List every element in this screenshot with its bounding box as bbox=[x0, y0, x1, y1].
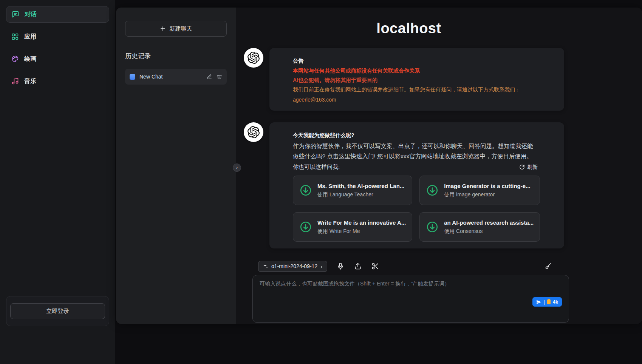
chevron-left-icon: ‹ bbox=[236, 165, 238, 170]
welcome-bubble: 今天我能为您做些什么呢? 作为你的智慧伙伴，我不仅可以写文案、出点子，还可以和你… bbox=[269, 122, 564, 248]
plus-icon bbox=[160, 26, 166, 32]
new-chat-label: 新建聊天 bbox=[170, 25, 192, 32]
login-button[interactable]: 立即登录 bbox=[10, 303, 105, 319]
announcement-line-1: 本网站与任何其他公司或商标没有任何关联或合作关系 bbox=[293, 66, 538, 75]
suggestion-subtitle: 使用 Write For Me bbox=[317, 228, 406, 235]
scissors-button[interactable] bbox=[371, 262, 379, 270]
announcement-title: 公告 bbox=[293, 57, 538, 65]
battery-icon bbox=[547, 299, 551, 304]
chat-list-panel: 新建聊天 历史记录 New Chat bbox=[116, 8, 236, 324]
music-icon bbox=[11, 77, 19, 85]
plugin-download-icon bbox=[426, 184, 439, 197]
apps-icon bbox=[11, 33, 19, 40]
chat-item-icon bbox=[130, 74, 135, 80]
model-selector-label: o1-mini-2024-09-12 bbox=[271, 263, 317, 269]
main-panel: localhost 公告 本网站与任何其他公司或商标没有任何关联或合作关系 AI… bbox=[236, 8, 642, 324]
suggestion-text: Write For Me is an innovative A... 使用 Wr… bbox=[317, 219, 406, 235]
login-panel: 立即登录 bbox=[6, 296, 109, 326]
suggestion-grid: Ms. Smith, the AI-powered Lan... 使用 Lang… bbox=[293, 176, 538, 242]
assistant-avatar bbox=[244, 48, 263, 68]
suggestion-subtitle: 使用 image generator bbox=[444, 191, 530, 198]
suggestion-card[interactable]: an AI-powered research assista... 使用 Con… bbox=[419, 212, 540, 242]
suggestion-title: Write For Me is an innovative A... bbox=[317, 219, 406, 226]
sidebar-item-paint[interactable]: 绘画 bbox=[6, 51, 109, 67]
sidebar-item-paint-label: 绘画 bbox=[24, 55, 36, 63]
chat-window: 新建聊天 历史记录 New Chat localhost bbox=[116, 8, 642, 324]
suggestion-card[interactable]: Image Generator is a cutting-e... 使用 ima… bbox=[419, 176, 540, 205]
clean-button[interactable] bbox=[544, 262, 552, 270]
delete-icon[interactable] bbox=[217, 74, 222, 80]
collapse-sidebar-button[interactable]: ‹ bbox=[233, 163, 241, 172]
app-root: 对话 应用 绘画 音乐 立即登录 bbox=[0, 0, 642, 364]
new-chat-button[interactable]: 新建聊天 bbox=[125, 21, 227, 37]
suggestion-title: Ms. Smith, the AI-powered Lan... bbox=[317, 183, 404, 189]
send-button[interactable]: | 4k bbox=[532, 297, 562, 307]
contact-email-link[interactable]: ageerle@163.com bbox=[293, 96, 336, 104]
chat-item-title: New Chat bbox=[139, 74, 202, 80]
composer: o1-mini-2024-09-12 › bbox=[252, 259, 569, 323]
paint-icon bbox=[11, 55, 19, 63]
openai-logo-icon bbox=[248, 126, 260, 138]
plugin-download-icon bbox=[299, 184, 312, 197]
sparkle-icon bbox=[263, 264, 268, 269]
message-welcome: 今天我能为您做些什么呢? 作为你的智慧伙伴，我不仅可以写文案、出点子，还可以和你… bbox=[244, 122, 642, 248]
sidebar-item-apps-label: 应用 bbox=[24, 33, 36, 41]
suggestion-title: an AI-powered research assista... bbox=[444, 219, 534, 226]
composer-toolbar: o1-mini-2024-09-12 › bbox=[252, 259, 569, 274]
edit-icon[interactable] bbox=[206, 74, 212, 80]
chevron-right-icon: › bbox=[320, 263, 322, 270]
message-input[interactable] bbox=[260, 281, 562, 307]
suggestion-card[interactable]: Ms. Smith, the AI-powered Lan... 使用 Lang… bbox=[293, 176, 412, 205]
openai-logo-icon bbox=[248, 52, 260, 64]
hint-row: 你也可以这样问我: 刷新 bbox=[293, 163, 538, 171]
plugin-download-icon bbox=[426, 221, 439, 233]
announcement-line-3: 我们目前正在修复我们网站上的错误并改进细节。如果您有任何疑问，请通过以下方式联系… bbox=[293, 85, 538, 94]
sidebar-item-chat-label: 对话 bbox=[25, 11, 37, 19]
sidebar: 对话 应用 绘画 音乐 立即登录 bbox=[0, 0, 115, 364]
plugin-download-icon bbox=[299, 221, 312, 233]
ask-hint: 你也可以这样问我: bbox=[293, 163, 340, 171]
sidebar-item-music[interactable]: 音乐 bbox=[6, 73, 109, 89]
announcement-line-2: AI也会犯错。请勿将其用于重要目的 bbox=[293, 76, 538, 84]
chat-item-actions bbox=[206, 74, 222, 80]
suggestion-subtitle: 使用 Consensus bbox=[444, 228, 534, 235]
message-input-box: | 4k bbox=[252, 275, 569, 323]
token-count: 4k bbox=[553, 299, 558, 305]
badge-divider: | bbox=[544, 299, 545, 305]
upload-button[interactable] bbox=[354, 262, 362, 270]
suggestion-text: Ms. Smith, the AI-powered Lan... 使用 Lang… bbox=[317, 183, 404, 198]
chat-icon bbox=[12, 11, 19, 18]
sidebar-item-music-label: 音乐 bbox=[24, 77, 36, 85]
announcement-bubble: 公告 本网站与任何其他公司或商标没有任何关联或合作关系 AI也会犯错。请勿将其用… bbox=[269, 48, 564, 111]
refresh-button[interactable]: 刷新 bbox=[519, 164, 538, 171]
mic-button[interactable] bbox=[336, 262, 345, 270]
suggestion-title: Image Generator is a cutting-e... bbox=[444, 183, 530, 189]
history-title: 历史记录 bbox=[125, 52, 227, 60]
refresh-label: 刷新 bbox=[527, 164, 538, 171]
message-announcement: 公告 本网站与任何其他公司或商标没有任何关联或合作关系 AI也会犯错。请勿将其用… bbox=[244, 48, 642, 111]
refresh-icon bbox=[519, 164, 525, 170]
page-title: localhost bbox=[236, 20, 582, 37]
welcome-title: 今天我能为您做些什么呢? bbox=[293, 131, 538, 139]
sidebar-item-chat[interactable]: 对话 bbox=[6, 6, 109, 23]
suggestion-text: an AI-powered research assista... 使用 Con… bbox=[444, 219, 534, 235]
messages: 公告 本网站与任何其他公司或商标没有任何关联或合作关系 AI也会犯错。请勿将其用… bbox=[236, 37, 642, 259]
sidebar-item-apps[interactable]: 应用 bbox=[6, 28, 109, 45]
suggestion-subtitle: 使用 Language Teacher bbox=[317, 191, 404, 198]
suggestion-card[interactable]: Write For Me is an innovative A... 使用 Wr… bbox=[293, 212, 412, 242]
assistant-avatar bbox=[244, 122, 263, 142]
welcome-body: 作为你的智慧伙伴，我不仅可以写文案、出点子，还可以和你聊天、回答问题。想知道我还… bbox=[293, 141, 538, 161]
send-icon bbox=[536, 299, 541, 305]
suggestion-text: Image Generator is a cutting-e... 使用 ima… bbox=[444, 183, 530, 198]
chat-list-item[interactable]: New Chat bbox=[125, 69, 227, 85]
model-selector-button[interactable]: o1-mini-2024-09-12 › bbox=[258, 261, 327, 272]
